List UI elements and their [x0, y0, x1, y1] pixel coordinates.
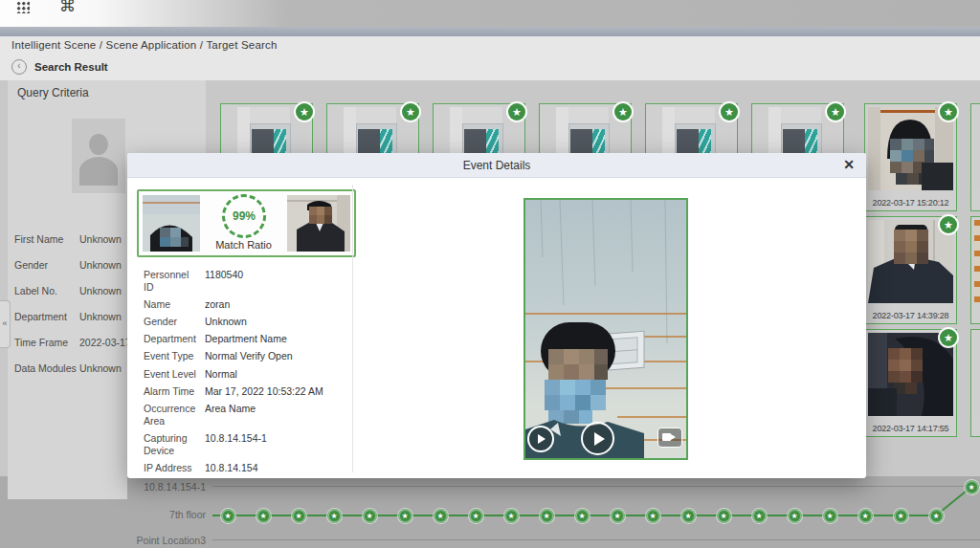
modal-divider [352, 185, 353, 472]
timeline-event-marker[interactable]: ★ [292, 509, 306, 523]
card-timestamp: 2 [971, 198, 980, 208]
play-icon[interactable] [527, 426, 554, 452]
detail-row: Occurrence Area Area Name [144, 400, 345, 429]
result-card[interactable]: 2★ [970, 216, 980, 324]
edge-snapshot [974, 333, 980, 416]
detail-row: Personnel ID 1180540 [144, 266, 345, 296]
field-value: 2022-03-17 [79, 337, 131, 349]
target-photo-placeholder [72, 119, 125, 193]
timeline-event-marker[interactable]: ★ [256, 509, 271, 523]
timeline-event-marker[interactable]: ★ [398, 509, 412, 523]
edge-snapshot [974, 107, 980, 190]
field-value: Unknown [79, 362, 122, 375]
field-value: Unknown [79, 259, 122, 272]
timeline-event-marker[interactable]: ★ [363, 509, 377, 523]
timeline-event-marker[interactable]: ★ [327, 509, 342, 523]
result-card[interactable]: 2022-03-17 14:39:28★ [864, 216, 957, 324]
top-bar-shadow [0, 27, 980, 36]
captured-face-photo [143, 195, 200, 252]
top-bar: ⌘ [0, 0, 980, 27]
person-silhouette-icon [89, 134, 108, 155]
timeline-event-marker[interactable]: ★ [717, 509, 731, 523]
field-value: Unknown [79, 285, 122, 297]
detail-value: Mar 17, 2022 10:53:22 AM [205, 385, 323, 398]
star-badge-icon: ★ [402, 103, 419, 121]
detail-value: Area Name [205, 403, 256, 427]
detail-value: 10.8.14.154 [205, 462, 257, 474]
timeline-event-marker[interactable]: ★ [504, 509, 519, 523]
breadcrumb-bar: Intelligent Scene / Scene Application / … [0, 36, 980, 81]
result-card[interactable]: 2022-03-17 15:20:12★ [864, 103, 957, 211]
timeline-row-label: Point Location3 [81, 535, 206, 546]
timeline-event-marker[interactable]: ★ [575, 509, 590, 523]
result-card[interactable]: 2★ [970, 329, 980, 437]
timeline-event-marker[interactable]: ★ [929, 509, 944, 523]
replay-icon[interactable] [581, 422, 614, 455]
star-badge-icon: ★ [614, 103, 632, 121]
field-label: Gender [14, 259, 79, 272]
timeline-event-marker[interactable]: ★ [540, 509, 554, 523]
field-label: First Name [14, 233, 79, 246]
timeline-event-marker[interactable]: ★ [646, 509, 660, 523]
app-window: ⌘ Intelligent Scene / Scene Application … [0, 0, 980, 548]
timeline-line [212, 486, 980, 487]
detail-value: Department Name [205, 333, 287, 345]
timeline-event-marker[interactable]: ★ [965, 480, 979, 494]
close-icon[interactable]: ✕ [843, 157, 855, 172]
camera-icon[interactable] [657, 427, 682, 448]
detail-value: Normal Verify Open [205, 350, 293, 362]
modal-header: Event Details ✕ [127, 153, 866, 178]
timeline-event-marker[interactable]: ★ [681, 509, 696, 523]
detail-label: Event Type [144, 350, 199, 362]
timeline-event-marker[interactable]: ★ [752, 509, 767, 523]
collapse-sidebar-button[interactable]: « [0, 300, 11, 348]
star-badge-icon: ★ [940, 216, 957, 233]
event-photo [523, 198, 688, 460]
detail-row: Name zoran [144, 296, 345, 313]
apps-grid-icon[interactable] [16, 1, 30, 13]
detail-row: Event Type Normal Verify Open [144, 348, 345, 365]
timeline-event-marker[interactable]: ★ [823, 509, 837, 523]
detail-value: 1180540 [205, 269, 243, 294]
field-label: Time Frame [14, 337, 79, 349]
timeline-event-marker[interactable]: ★ [611, 509, 625, 523]
timeline-row-label: 10.8.14.154-1 [81, 481, 206, 493]
breadcrumb[interactable]: Intelligent Scene / Scene Application / … [11, 39, 278, 51]
result-card[interactable]: 2★ [970, 103, 980, 211]
event-details-modal: Event Details ✕ 99% Match Ratio [127, 153, 866, 478]
detail-row: Event Level Normal [144, 365, 345, 383]
detail-row: Alarm Time Mar 17, 2022 10:53:22 AM [144, 383, 345, 400]
timeline-event-marker[interactable]: ★ [434, 509, 448, 523]
star-badge-icon: ★ [296, 103, 313, 121]
star-badge-icon: ★ [940, 329, 957, 346]
card-timestamp: 2 [971, 311, 980, 320]
detail-label: Alarm Time [144, 385, 199, 398]
result-card[interactable]: 2022-03-17 14:17:55★ [864, 329, 957, 437]
registered-face-photo [287, 195, 350, 252]
timeline-event-marker[interactable]: ★ [221, 509, 235, 523]
field-label: Department [14, 311, 79, 323]
detail-label: IP Address [144, 462, 199, 474]
timeline-event-marker[interactable]: ★ [788, 509, 802, 523]
back-button[interactable]: ‹ [11, 59, 27, 75]
detail-row: Capturing Device 10.8.14.154-1 [144, 430, 345, 460]
card-timestamp: 2022-03-17 14:39:28 [865, 311, 956, 320]
detail-row: Gender Unknown [144, 313, 345, 330]
detail-label: Event Level [144, 368, 199, 381]
timeline-row-label: 7th floor [81, 509, 206, 520]
detail-label: Gender [144, 316, 199, 328]
field-value: Unknown [79, 233, 122, 246]
timeline-event-marker[interactable]: ★ [894, 509, 908, 523]
field-value: Unknown [79, 311, 122, 323]
match-ratio-gauge: 99% [219, 191, 269, 241]
star-badge-icon: ★ [940, 103, 957, 121]
timeline-event-marker[interactable]: ★ [469, 509, 483, 523]
modal-title: Event Details [127, 159, 866, 172]
match-ratio-label: Match Ratio [215, 239, 272, 251]
detail-row: Department Department Name [144, 331, 345, 348]
detail-label: Name [144, 298, 199, 311]
star-badge-icon: ★ [827, 103, 844, 121]
timeline-event-marker[interactable]: ★ [858, 509, 873, 523]
card-timestamp: 2 [971, 424, 980, 433]
command-icon[interactable]: ⌘ [59, 0, 76, 16]
